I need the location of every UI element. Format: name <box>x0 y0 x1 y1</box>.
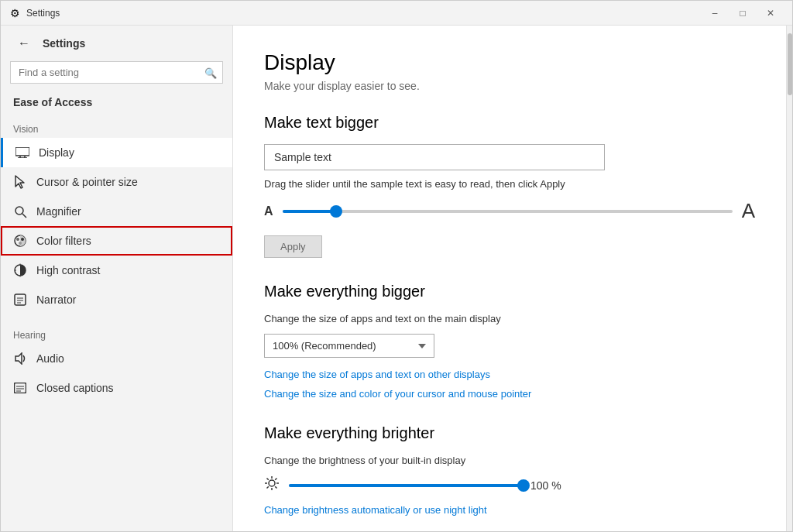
svg-rect-15 <box>15 294 26 305</box>
brightness-slider-row: 100 % <box>264 475 755 495</box>
text-size-slider-track <box>283 210 733 213</box>
text-size-slider-row: A A <box>264 199 755 223</box>
brightness-description: Change the brightness of your built-in d… <box>264 455 755 466</box>
title-bar-controls: – □ ✕ <box>702 5 783 21</box>
sidebar-item-audio[interactable]: Audio <box>1 344 232 373</box>
night-light-link[interactable]: Change brightness automatically or use n… <box>264 504 755 516</box>
sidebar-item-display-label: Display <box>39 146 74 159</box>
slider-small-a: A <box>264 204 273 218</box>
apply-button[interactable]: Apply <box>264 235 322 258</box>
slider-thumb[interactable] <box>330 205 342 218</box>
sidebar-item-display[interactable]: Display <box>1 138 232 167</box>
other-displays-link[interactable]: Change the size of apps and text on othe… <box>264 369 755 380</box>
sidebar-app-title: Settings <box>43 37 85 50</box>
settings-icon: ⚙ <box>10 7 20 19</box>
back-button[interactable]: ← <box>13 35 35 52</box>
slider-large-a: A <box>742 199 755 223</box>
page-title: Display <box>264 50 755 75</box>
svg-point-4 <box>15 207 23 215</box>
sidebar-header: ← Settings <box>1 26 232 58</box>
svg-line-5 <box>22 214 26 218</box>
text-bigger-section: Make text bigger Sample text Drag the sl… <box>264 114 755 258</box>
slider-description: Drag the slider until the sample text is… <box>264 178 755 190</box>
title-bar: ⚙ Settings – □ ✕ <box>1 1 792 26</box>
display-size-dropdown-wrap: 100% (Recommended) 125% 150% 175% <box>264 334 755 358</box>
svg-line-29 <box>267 479 269 480</box>
svg-point-9 <box>19 242 22 245</box>
sample-text-box: Sample text <box>264 144 605 170</box>
sidebar-item-high-contrast[interactable]: High contrast <box>1 256 232 285</box>
hearing-section-label: Hearing <box>1 324 232 344</box>
search-icon: 🔍 <box>204 67 217 78</box>
sidebar-item-color-filters[interactable]: Color filters <box>1 226 232 256</box>
text-bigger-title: Make text bigger <box>264 114 755 132</box>
cursor-color-link[interactable]: Change the size and color of your cursor… <box>264 388 755 400</box>
everything-bigger-section: Make everything bigger Change the size o… <box>264 283 755 400</box>
brightness-fill <box>289 484 521 487</box>
search-input[interactable] <box>10 61 223 84</box>
scrollbar[interactable] <box>786 26 792 531</box>
audio-icon <box>13 352 27 366</box>
brightness-icon <box>264 475 280 495</box>
svg-rect-0 <box>15 147 29 156</box>
display-size-dropdown[interactable]: 100% (Recommended) 125% 150% 175% <box>264 334 434 358</box>
title-bar-left: ⚙ Settings <box>10 7 60 19</box>
brightness-value: 100 % <box>530 479 561 492</box>
display-icon <box>15 146 29 160</box>
svg-line-32 <box>267 486 269 488</box>
sidebar-item-closed-captions[interactable]: Closed captions <box>1 373 232 403</box>
title-bar-title: Settings <box>26 8 60 19</box>
svg-point-24 <box>269 480 275 486</box>
svg-marker-19 <box>15 353 22 364</box>
close-button[interactable]: ✕ <box>758 5 783 21</box>
svg-line-30 <box>275 486 276 488</box>
sidebar-item-magnifier-label: Magnifier <box>36 205 81 218</box>
color-filters-icon <box>13 234 27 248</box>
sidebar-item-narrator[interactable]: Narrator <box>1 285 232 314</box>
window-content: ← Settings 🔍 Ease of Access Vision Displ… <box>1 26 792 531</box>
everything-brighter-title: Make everything brighter <box>264 424 755 442</box>
svg-point-8 <box>21 238 24 241</box>
svg-point-7 <box>16 238 19 241</box>
sidebar-item-magnifier[interactable]: Magnifier <box>1 197 232 226</box>
magnifier-icon <box>13 204 27 218</box>
search-box: 🔍 <box>10 61 223 84</box>
display-size-description: Change the size of apps and text on the … <box>264 313 755 324</box>
sidebar-item-audio-label: Audio <box>36 352 64 365</box>
ease-of-access-label: Ease of Access <box>1 93 232 118</box>
svg-rect-20 <box>15 383 26 393</box>
maximize-button[interactable]: □ <box>730 5 755 21</box>
vision-section-label: Vision <box>1 118 232 138</box>
narrator-icon <box>13 293 27 307</box>
sidebar-item-cursor[interactable]: Cursor & pointer size <box>1 167 232 197</box>
sidebar-item-closed-captions-label: Closed captions <box>36 382 114 394</box>
sidebar-item-high-contrast-label: High contrast <box>36 264 100 276</box>
minimize-button[interactable]: – <box>702 5 727 21</box>
settings-window: ⚙ Settings – □ ✕ ← Settings 🔍 Ease of Ac… <box>0 0 793 532</box>
everything-brighter-section: Make everything brighter Change the brig… <box>264 424 755 516</box>
brightness-slider-track <box>289 484 521 487</box>
slider-fill <box>283 210 337 213</box>
page-subtitle: Make your display easier to see. <box>264 80 755 92</box>
sidebar-item-narrator-label: Narrator <box>36 293 76 306</box>
sidebar: ← Settings 🔍 Ease of Access Vision Displ… <box>1 26 233 531</box>
svg-line-31 <box>275 479 276 480</box>
sidebar-item-color-filters-label: Color filters <box>36 235 91 247</box>
everything-bigger-title: Make everything bigger <box>264 283 755 300</box>
sidebar-item-cursor-label: Cursor & pointer size <box>36 176 138 188</box>
brightness-thumb[interactable] <box>517 479 530 492</box>
scrollbar-thumb[interactable] <box>788 33 792 95</box>
closed-captions-icon <box>13 381 27 395</box>
main-content: Display Make your display easier to see.… <box>233 26 786 531</box>
high-contrast-icon <box>13 263 27 277</box>
cursor-icon <box>13 175 27 189</box>
